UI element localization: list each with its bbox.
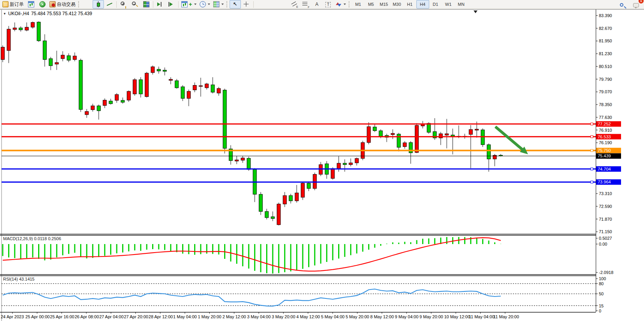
- timeframe-button-m5[interactable]: M5: [365, 0, 377, 9]
- trendline-button[interactable]: [277, 0, 289, 9]
- auto-scroll-button[interactable]: [154, 0, 166, 9]
- svg-text:27 Apr 20:00: 27 Apr 20:00: [124, 314, 148, 319]
- arrows-button[interactable]: [334, 0, 347, 9]
- chart-shift-icon: [168, 1, 175, 7]
- zoom-in-button[interactable]: [118, 0, 129, 9]
- svg-text:11 May 04:00: 11 May 04:00: [469, 314, 495, 319]
- line-handle[interactable]: [591, 149, 593, 152]
- chevron-down-icon: [221, 3, 224, 5]
- charts-window-button[interactable]: [25, 0, 37, 9]
- timeframe-button-m30[interactable]: M30: [390, 0, 403, 9]
- new-order-label: 新订单: [10, 1, 24, 8]
- svg-text:0: 0: [599, 309, 601, 313]
- signal-button[interactable]: [37, 0, 48, 9]
- svg-text:-2.0918: -2.0918: [599, 270, 613, 275]
- toolbar-separator: [178, 1, 179, 8]
- svg-text:9 May 20:00: 9 May 20:00: [419, 314, 443, 319]
- svg-text:77.630: 77.630: [599, 115, 612, 120]
- candlestick-type-button[interactable]: [93, 0, 104, 9]
- svg-text:24 Apr 2023: 24 Apr 2023: [1, 314, 24, 319]
- window-menu-icon[interactable]: ▼: [3, 12, 6, 16]
- timeframe-button-w1[interactable]: W1: [442, 0, 455, 9]
- line-handle[interactable]: [591, 136, 593, 138]
- auto-trading-icon: [49, 1, 56, 7]
- auto-scroll-icon: [157, 1, 163, 7]
- toolbar-separator: [253, 1, 254, 8]
- line-handle[interactable]: [591, 168, 593, 170]
- templates-button[interactable]: [212, 0, 225, 9]
- chat-icon: [633, 3, 639, 7]
- svg-text:75.750: 75.750: [598, 148, 611, 153]
- toolbar-separator: [153, 1, 153, 8]
- chart-title: ▼ UKOil-,H4 75.484 75.553 75.412 75.439: [3, 11, 92, 16]
- fibonacci-button[interactable]: [300, 0, 311, 9]
- svg-text:81.230: 81.230: [599, 51, 612, 56]
- timeframe-button-h4[interactable]: H4: [416, 0, 429, 9]
- chart-shift-button[interactable]: [166, 0, 177, 9]
- text-label-button[interactable]: T: [323, 0, 334, 9]
- channel-button[interactable]: [289, 0, 300, 9]
- arrow-shapes-icon: [335, 1, 342, 7]
- svg-text:79.790: 79.790: [599, 77, 612, 82]
- timeframe-button-h1[interactable]: H1: [404, 0, 416, 9]
- notifications-button[interactable]: 1: [630, 0, 642, 9]
- macd-indicator-label: MACD(12,26,9) 0.0118 0.2506: [3, 236, 61, 241]
- svg-text:4 May 12:00: 4 May 12:00: [297, 314, 320, 319]
- toolbar-separator: [116, 1, 117, 8]
- zoom-out-button[interactable]: [129, 0, 140, 9]
- auto-trading-button[interactable]: 自动交易: [48, 0, 77, 9]
- auto-trading-label: 自动交易: [57, 1, 75, 8]
- cursor-button[interactable]: ↖: [230, 0, 241, 9]
- price-level-badge: 75.439: [596, 153, 621, 159]
- periods-icon: [200, 1, 206, 7]
- chart-canvas[interactable]: 83.39082.67081.95081.23080.51079.79079.0…: [0, 9, 644, 321]
- periods-button[interactable]: [198, 0, 212, 9]
- indicators-add-icon: [181, 1, 188, 7]
- tile-windows-button[interactable]: [140, 0, 152, 9]
- line-handle[interactable]: [591, 123, 593, 125]
- search-button[interactable]: [616, 0, 627, 9]
- svg-text:11 May 20:00: 11 May 20:00: [493, 314, 519, 319]
- svg-text:77.252: 77.252: [598, 122, 611, 126]
- timeframe-button-mn[interactable]: MN: [455, 0, 468, 9]
- toolbar-grip: [78, 1, 80, 7]
- zoom-in-icon: [121, 2, 125, 5]
- timeframe-button-m15[interactable]: M15: [377, 0, 390, 9]
- svg-text:3 May 04:00: 3 May 04:00: [247, 314, 271, 319]
- svg-text:1 May 20:00: 1 May 20:00: [198, 314, 221, 319]
- horizontal-line-button[interactable]: [266, 0, 277, 9]
- line-chart-type-button[interactable]: [104, 0, 115, 9]
- text-button[interactable]: A: [311, 0, 323, 9]
- tile-windows-icon: [143, 1, 149, 7]
- chevron-down-icon: [208, 3, 210, 5]
- channel-icon: [291, 1, 297, 7]
- new-order-button[interactable]: 新订单: [1, 0, 25, 9]
- toolbar-grip: [349, 1, 351, 7]
- svg-text:71.870: 71.870: [599, 217, 612, 222]
- timeframe-button-d1[interactable]: D1: [429, 0, 442, 9]
- search-icon: [620, 3, 623, 7]
- svg-text:72.590: 72.590: [599, 204, 612, 209]
- timeframe-button-m1[interactable]: M1: [352, 0, 365, 9]
- svg-text:73.964: 73.964: [598, 180, 611, 184]
- bar-chart-type-button[interactable]: [81, 0, 93, 9]
- crosshair-button[interactable]: [241, 0, 252, 9]
- price-level-badge: 75.750: [596, 148, 621, 153]
- svg-text:3 May 20:00: 3 May 20:00: [272, 314, 295, 319]
- svg-text:78.350: 78.350: [599, 102, 612, 107]
- svg-text:5 May 20:00: 5 May 20:00: [346, 314, 369, 319]
- svg-text:74.704: 74.704: [598, 167, 611, 171]
- new-order-icon: [2, 1, 9, 7]
- templates-icon: [213, 1, 219, 7]
- crosshair-icon: [243, 1, 249, 7]
- vertical-line-button[interactable]: [255, 0, 266, 9]
- svg-text:28 Apr 12:00: 28 Apr 12:00: [149, 314, 173, 319]
- svg-text:9 May 04:00: 9 May 04:00: [395, 314, 419, 319]
- line-handle[interactable]: [591, 181, 593, 183]
- chart-window-icon: [28, 1, 34, 7]
- svg-text:27 Apr 04:00: 27 Apr 04:00: [99, 314, 123, 319]
- chart-window[interactable]: ▼ UKOil-,H4 75.484 75.553 75.412 75.439 …: [0, 9, 644, 321]
- svg-text:25 Apr 00:00: 25 Apr 00:00: [25, 314, 49, 319]
- indicators-button[interactable]: +: [180, 0, 198, 9]
- svg-text:50: 50: [599, 291, 604, 296]
